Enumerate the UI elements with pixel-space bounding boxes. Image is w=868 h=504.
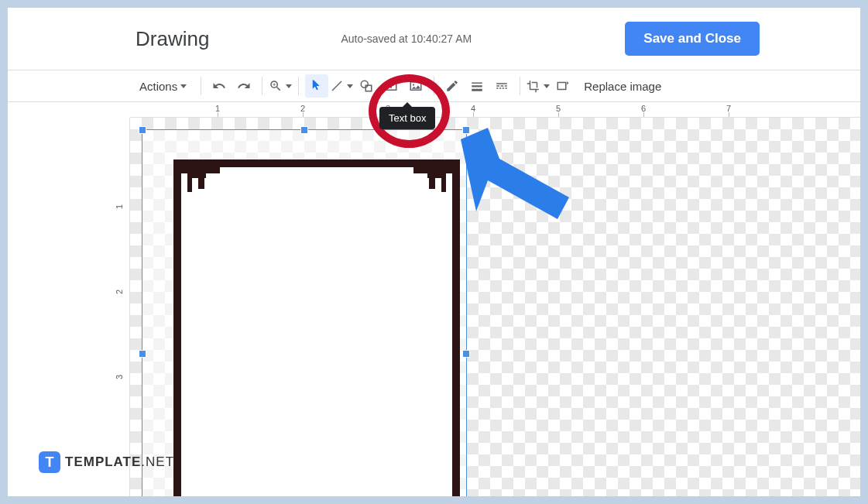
caret-down-icon: [544, 84, 550, 88]
crop-button[interactable]: [527, 74, 550, 98]
textbox-tool-button[interactable]: [379, 74, 403, 98]
template-logo-icon: T: [39, 451, 60, 473]
svg-rect-8: [496, 83, 507, 84]
svg-point-0: [361, 81, 368, 87]
dialog-title: Drawing: [136, 27, 209, 51]
shape-icon: [359, 79, 373, 93]
replace-image-label: Replace image: [584, 80, 661, 93]
line-tool-button[interactable]: [330, 74, 353, 98]
watermark-text: TEMPLATE.NET: [65, 454, 174, 470]
crop-icon: [527, 79, 540, 93]
undo-button[interactable]: [208, 74, 231, 98]
dash-icon: [495, 79, 509, 93]
autosave-status: Auto-saved at 10:40:27 AM: [341, 33, 472, 45]
svg-rect-13: [499, 87, 501, 89]
image-tool-button[interactable]: [404, 74, 427, 98]
svg-rect-15: [506, 87, 507, 89]
separator: [201, 77, 201, 95]
redo-icon: [237, 79, 251, 93]
select-tool-button[interactable]: [305, 74, 328, 98]
save-and-close-button[interactable]: Save and Close: [625, 22, 760, 56]
zoom-icon: [269, 79, 283, 93]
separator: [434, 77, 434, 95]
toolbar: Actions: [8, 70, 860, 102]
svg-rect-11: [505, 85, 507, 87]
separator: [298, 77, 299, 95]
resize-handle-tr[interactable]: [462, 126, 470, 134]
cursor-icon: [310, 79, 324, 93]
canvas-area: 1 2 3: [8, 118, 860, 496]
svg-rect-17: [177, 163, 456, 496]
svg-rect-1: [365, 85, 372, 91]
resize-handle-tm[interactable]: [300, 126, 308, 134]
shape-tool-button[interactable]: [355, 74, 378, 98]
separator: [520, 77, 520, 95]
vertical-ruler: 1 2 3: [115, 118, 130, 496]
horizontal-ruler: 1 2 3 4 5 6 7: [130, 102, 860, 118]
textbox-tooltip: Text box: [379, 107, 435, 129]
undo-icon: [212, 79, 226, 93]
drawing-dialog: Drawing Auto-saved at 10:40:27 AM Save a…: [8, 8, 860, 496]
svg-rect-5: [472, 83, 482, 84]
svg-rect-14: [503, 87, 504, 89]
line-icon: [330, 79, 344, 93]
resize-handle-tl[interactable]: [139, 126, 146, 134]
border-dash-button[interactable]: [490, 74, 513, 98]
pencil-icon: [445, 79, 459, 93]
dialog-header: Drawing Auto-saved at 10:40:27 AM Save a…: [8, 8, 860, 70]
svg-point-4: [413, 84, 414, 85]
certificate-frame-image: [173, 159, 460, 496]
svg-rect-10: [501, 85, 504, 87]
reset-image-button[interactable]: [551, 74, 575, 98]
caret-down-icon: [286, 84, 292, 88]
border-weight-button[interactable]: [465, 74, 489, 98]
redo-button[interactable]: [232, 74, 256, 98]
svg-rect-6: [472, 85, 482, 87]
actions-label: Actions: [139, 80, 177, 93]
outer-frame: Drawing Auto-saved at 10:40:27 AM Save a…: [0, 0, 868, 504]
replace-image-button[interactable]: Replace image: [576, 74, 669, 98]
watermark: T TEMPLATE.NET: [39, 451, 174, 473]
svg-rect-12: [496, 87, 498, 89]
weight-icon: [470, 79, 484, 93]
actions-menu-button[interactable]: Actions: [132, 74, 194, 98]
textbox-icon: [384, 79, 398, 93]
resize-handle-ml[interactable]: [139, 350, 146, 358]
zoom-button[interactable]: [269, 74, 292, 98]
border-color-button[interactable]: [441, 74, 464, 98]
drawing-canvas[interactable]: [130, 118, 860, 496]
svg-rect-9: [496, 85, 499, 87]
reset-icon: [556, 79, 570, 93]
svg-rect-16: [558, 83, 566, 90]
image-icon: [409, 79, 423, 93]
caret-down-icon: [180, 84, 187, 88]
caret-down-icon: [347, 84, 353, 88]
resize-handle-mr[interactable]: [462, 350, 470, 358]
selected-image-object[interactable]: [142, 129, 467, 496]
separator: [262, 77, 262, 95]
svg-rect-7: [472, 89, 482, 91]
